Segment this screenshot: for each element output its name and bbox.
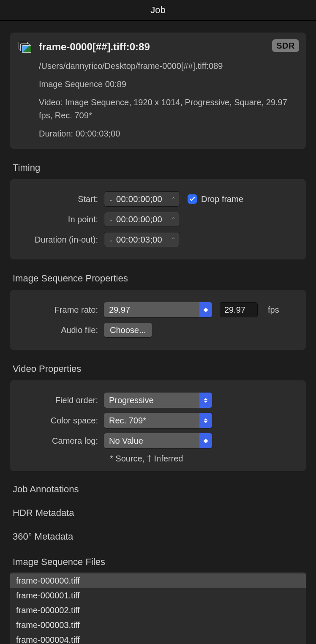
drop-frame-label: Drop frame xyxy=(201,194,243,204)
job-duration: Duration: 00:00:03;00 xyxy=(39,127,297,140)
hdr-metadata-heading[interactable]: HDR Metadata xyxy=(13,508,306,518)
cameralog-value: No Value xyxy=(104,436,199,446)
stepper-decrement-icon[interactable]: ⌄ xyxy=(108,196,114,202)
duration-stepper[interactable]: ⌄ 00:00:03;00 ⌃ xyxy=(104,232,180,247)
select-caret-icon xyxy=(199,413,212,428)
inpoint-value: 00:00:00;00 xyxy=(114,215,170,224)
checkbox-checked-icon xyxy=(188,194,197,204)
threesixty-metadata-heading[interactable]: 360° Metadata xyxy=(13,531,306,542)
start-time-value: 00:00:00;00 xyxy=(114,194,170,204)
inpoint-label: In point: xyxy=(19,215,104,224)
video-properties-card: Field order: Progressive Color space: Re… xyxy=(10,380,306,471)
colorspace-select[interactable]: Rec. 709* xyxy=(104,413,212,428)
duration-label: Duration (in-out): xyxy=(19,235,104,245)
colorspace-label: Color space: xyxy=(19,416,104,426)
image-sequence-files-heading: Image Sequence Files xyxy=(13,557,306,568)
window-title: Job xyxy=(0,0,316,20)
framerate-select-value: 29.97 xyxy=(104,305,199,315)
image-sequence-icon xyxy=(19,42,31,53)
inpoint-stepper[interactable]: ⌄ 00:00:00;00 ⌃ xyxy=(104,212,180,227)
stepper-decrement-icon[interactable]: ⌄ xyxy=(108,237,114,243)
file-row[interactable]: frame-000002.tiff xyxy=(10,603,306,618)
video-properties-note: * Source, † Inferred xyxy=(19,454,297,464)
job-path: /Users/dannyrico/Desktop/frame-0000[##].… xyxy=(39,60,297,73)
start-label: Start: xyxy=(19,194,104,204)
select-caret-icon xyxy=(199,393,212,408)
video-properties-heading: Video Properties xyxy=(13,363,306,374)
file-row[interactable]: frame-000004.tiff xyxy=(10,633,306,644)
stepper-increment-icon[interactable]: ⌃ xyxy=(170,237,176,243)
choose-audio-button[interactable]: Choose... xyxy=(104,323,152,337)
drop-frame-checkbox[interactable]: Drop frame xyxy=(188,194,243,204)
stepper-increment-icon[interactable]: ⌃ xyxy=(170,196,176,202)
file-row[interactable]: frame-000003.tiff xyxy=(10,618,306,633)
image-sequence-files-list: frame-000000.tiff frame-000001.tiff fram… xyxy=(10,572,306,644)
colorspace-value: Rec. 709* xyxy=(104,416,199,426)
job-annotations-heading[interactable]: Job Annotations xyxy=(13,484,306,495)
fieldorder-label: Field order: xyxy=(19,396,104,405)
fieldorder-select[interactable]: Progressive xyxy=(104,393,212,408)
stepper-increment-icon[interactable]: ⌃ xyxy=(170,216,176,223)
job-video-details: Video: Image Sequence, 1920 x 1014, Prog… xyxy=(39,96,297,122)
select-caret-icon xyxy=(199,433,212,448)
framerate-input[interactable]: 29.97 xyxy=(220,302,258,317)
job-name: frame-0000[##].tiff:0:89 xyxy=(39,41,150,53)
start-time-stepper[interactable]: ⌄ 00:00:00;00 ⌃ xyxy=(104,191,180,207)
select-caret-icon xyxy=(199,302,212,317)
cameralog-label: Camera log: xyxy=(19,436,104,446)
image-sequence-card: Frame rate: 29.97 29.97 fps Audio file: … xyxy=(10,290,306,350)
timing-heading: Timing xyxy=(13,162,306,173)
file-row[interactable]: frame-000000.tiff xyxy=(10,573,306,588)
duration-value: 00:00:03;00 xyxy=(114,235,170,245)
image-sequence-properties-heading: Image Sequence Properties xyxy=(13,273,306,284)
sdr-badge: SDR xyxy=(272,39,299,52)
framerate-unit: fps xyxy=(268,305,279,315)
file-row[interactable]: frame-000001.tiff xyxy=(10,588,306,603)
job-sequence: Image Sequence 00:89 xyxy=(39,78,297,91)
timing-card: Start: ⌄ 00:00:00;00 ⌃ Drop frame In poi… xyxy=(10,179,306,259)
fieldorder-value: Progressive xyxy=(104,396,199,405)
framerate-select[interactable]: 29.97 xyxy=(104,302,212,317)
framerate-label: Frame rate: xyxy=(19,305,104,315)
cameralog-select[interactable]: No Value xyxy=(104,433,212,448)
stepper-decrement-icon[interactable]: ⌄ xyxy=(108,216,114,223)
job-info-card: SDR frame-0000[##].tiff:0:89 /Users/dann… xyxy=(10,33,306,149)
audiofile-label: Audio file: xyxy=(19,325,104,335)
